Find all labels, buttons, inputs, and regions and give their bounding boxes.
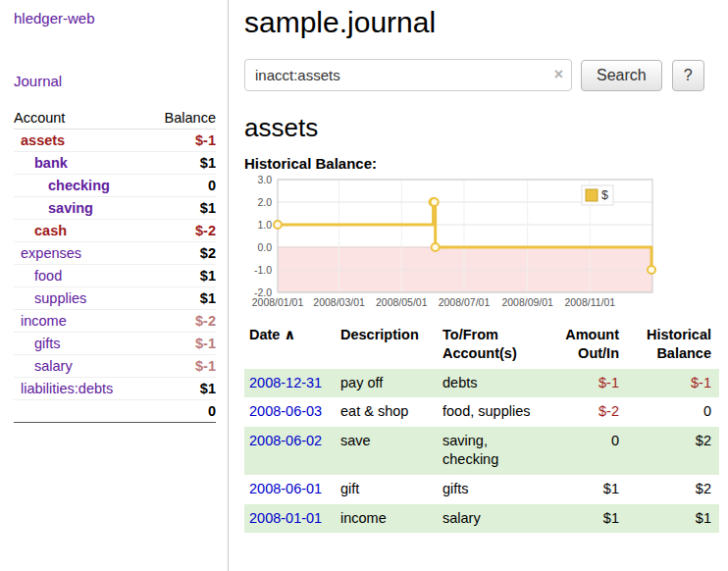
account-link-income[interactable]: income (21, 313, 67, 329)
register-table: Date ∧ Description To/From Account(s) Am… (244, 324, 719, 533)
register-description: income (340, 504, 442, 534)
register-description: pay off (340, 369, 442, 398)
account-link-supplies[interactable]: supplies (34, 290, 86, 306)
account-row: gifts $-1 (14, 333, 216, 355)
register-row: 2008-06-01 gift gifts $1 $2 (244, 475, 719, 504)
svg-text:2008/07/01: 2008/07/01 (439, 296, 491, 308)
account-row: expenses $2 (14, 242, 216, 265)
account-row: cash $-2 (14, 220, 216, 242)
account-link-expenses[interactable]: expenses (21, 245, 81, 261)
accounts-header-row: Account Balance (14, 107, 216, 130)
svg-text:3.0: 3.0 (257, 174, 272, 185)
app-title-link[interactable]: hledger-web (14, 10, 95, 26)
sidebar-item-journal[interactable]: Journal (14, 73, 216, 89)
register-header-description: Description (340, 324, 442, 369)
register-balance: $2 (627, 475, 719, 504)
account-link-cash[interactable]: cash (34, 223, 67, 238)
register-amount: $-1 (541, 369, 627, 398)
account-link-assets[interactable]: assets (21, 132, 65, 148)
account-row: food $1 (14, 265, 216, 287)
register-date-link[interactable]: 2008-06-02 (249, 433, 322, 448)
account-heading: assets (244, 113, 722, 143)
account-link-food[interactable]: food (34, 268, 62, 284)
account-row: checking 0 (14, 175, 216, 197)
register-balance: $1 (627, 504, 719, 534)
account-row: supplies $1 (14, 287, 216, 310)
svg-text:2008/11/01: 2008/11/01 (564, 296, 615, 308)
svg-text:0.0: 0.0 (257, 241, 272, 253)
account-balance: $1 (147, 152, 216, 175)
account-balance: $1 (147, 378, 216, 400)
register-date-link[interactable]: 2008-06-01 (249, 481, 322, 496)
register-header-account: To/From Account(s) (442, 324, 541, 369)
help-button[interactable]: ? (672, 60, 704, 91)
historical-balance-chart: 3.02.01.00.0-1.0-2.02008/01/012008/03/01… (244, 174, 668, 312)
chart-title: Historical Balance: (244, 155, 722, 172)
account-link-checking[interactable]: checking (48, 178, 110, 193)
sidebar: hledger-web Journal Account Balance asse… (0, 0, 229, 571)
register-account: gifts (442, 475, 541, 504)
account-balance: $2 (147, 242, 216, 265)
account-row: saving $1 (14, 197, 216, 220)
register-account: food, supplies (442, 397, 541, 427)
register-balance: 0 (627, 397, 719, 427)
account-row: income $-2 (14, 310, 216, 333)
sort-ascending-icon: ∧ (284, 327, 295, 342)
account-balance: $-1 (147, 130, 216, 152)
svg-text:$: $ (601, 188, 608, 202)
account-balance: $-1 (147, 355, 216, 378)
accounts-header-balance: Balance (147, 107, 216, 130)
account-balance: $-2 (147, 220, 216, 242)
register-header-row: Date ∧ Description To/From Account(s) Am… (244, 324, 719, 369)
main-content: sample.journal × Search ? assets Histori… (229, 0, 728, 571)
account-balance: $-2 (147, 310, 216, 333)
register-amount: $-2 (541, 397, 627, 427)
search-button[interactable]: Search (581, 60, 662, 91)
register-header-balance: Historical Balance (627, 324, 719, 369)
account-row: bank $1 (14, 152, 216, 175)
register-balance: $-1 (627, 369, 719, 398)
register-row: 2008-12-31 pay off debts $-1 $-1 (244, 369, 719, 398)
register-date-link[interactable]: 2008-12-31 (249, 375, 322, 390)
app-title: hledger-web (14, 10, 216, 27)
svg-text:2008/01/01: 2008/01/01 (252, 296, 304, 308)
search-input[interactable] (244, 59, 572, 91)
account-link-salary[interactable]: salary (34, 358, 73, 374)
register-amount: $1 (541, 504, 627, 534)
accounts-total: 0 (147, 400, 216, 423)
account-balance: $-1 (147, 333, 216, 355)
clear-search-icon[interactable]: × (554, 66, 563, 83)
register-row: 2008-06-02 save saving, checking 0 $2 (244, 427, 719, 475)
account-link-bank[interactable]: bank (34, 155, 68, 171)
svg-text:2008/03/01: 2008/03/01 (313, 296, 365, 308)
register-amount: 0 (541, 427, 627, 475)
svg-text:1.0: 1.0 (257, 219, 272, 231)
account-balance: 0 (147, 175, 216, 197)
svg-text:2.0: 2.0 (257, 196, 272, 208)
app-window: hledger-web Journal Account Balance asse… (0, 0, 728, 571)
register-account: saving, checking (442, 427, 541, 475)
accounts-table: Account Balance assets $-1 bank $1 check… (14, 107, 216, 423)
account-row: assets $-1 (14, 130, 216, 152)
account-link-liabilities-debts[interactable]: liabilities:debts (21, 381, 113, 396)
account-balance: $1 (147, 265, 216, 287)
register-amount: $1 (541, 475, 627, 504)
account-link-saving[interactable]: saving (48, 200, 93, 216)
register-header-amount: Amount Out/In (541, 324, 627, 369)
register-account: debts (442, 369, 541, 398)
account-row: liabilities:debts $1 (14, 378, 216, 400)
register-header-date-label: Date (249, 327, 280, 342)
svg-text:-1.0: -1.0 (254, 264, 272, 276)
svg-text:2008/09/01: 2008/09/01 (501, 296, 553, 308)
register-description: save (340, 427, 442, 475)
register-date-link[interactable]: 2008-06-03 (249, 403, 322, 419)
register-header-date[interactable]: Date ∧ (244, 324, 340, 369)
account-link-gifts[interactable]: gifts (34, 336, 61, 351)
register-balance: $2 (627, 427, 719, 475)
account-balance: $1 (147, 287, 216, 310)
page-title: sample.journal (244, 6, 722, 39)
register-description: eat & shop (340, 397, 442, 427)
account-balance: $1 (147, 197, 216, 220)
register-row: 2008-06-03 eat & shop food, supplies $-2… (244, 397, 719, 427)
register-date-link[interactable]: 2008-01-01 (249, 510, 322, 526)
